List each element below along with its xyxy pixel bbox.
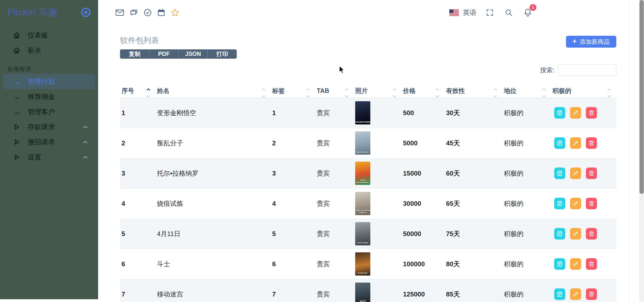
delete-action-button[interactable] — [586, 137, 597, 149]
mouse-cursor — [339, 65, 345, 74]
scrollbar-thumb[interactable] — [639, 0, 644, 194]
column-header-2[interactable]: 标签 — [271, 84, 315, 98]
calendar-action-button[interactable] — [554, 167, 565, 179]
sort-asc-icon[interactable] — [146, 88, 150, 91]
calendar-action-button[interactable] — [554, 228, 565, 240]
sort-asc-icon[interactable] — [542, 88, 546, 91]
edit-action-button[interactable] — [570, 198, 581, 209]
cell-tag: 1 — [271, 98, 315, 128]
table-header-row: 序号姓名标签TAB照片价格有效性地位积极的 — [120, 84, 616, 98]
sort-asc-icon[interactable] — [262, 88, 266, 91]
column-header-label: TAB — [317, 87, 329, 94]
sidebar-nav: 仪表板 薪水 应用程序 → 管理计划 → 推荐佣金 → 管理客户 存款请求 撤回… — [0, 24, 98, 165]
movie-poster: INSURGENT — [355, 131, 370, 155]
cell-tag: 5 — [271, 219, 315, 249]
sort-desc-icon[interactable] — [146, 95, 150, 98]
sidebar-item-withdraw-requests[interactable]: 撤回请求 — [3, 135, 95, 150]
column-header-3[interactable]: TAB — [315, 84, 354, 98]
sort-desc-icon[interactable] — [262, 95, 266, 98]
search-icon[interactable] — [505, 9, 513, 17]
calendar-action-button[interactable] — [554, 137, 565, 149]
column-header-1[interactable]: 姓名 — [155, 84, 271, 98]
poster-caption: INSURGENT — [355, 151, 370, 153]
search-input[interactable] — [558, 64, 616, 76]
sort-asc-icon[interactable] — [392, 88, 396, 91]
add-new-item-button[interactable]: + 添加新商品 — [566, 36, 616, 48]
edit-action-button[interactable] — [570, 228, 581, 240]
column-header-8[interactable]: 积极的 — [551, 84, 616, 98]
check-circle-icon[interactable] — [144, 9, 152, 17]
chevron-up-icon — [83, 140, 88, 144]
sort-desc-icon[interactable] — [542, 95, 546, 98]
calendar-action-button[interactable] — [554, 198, 565, 209]
chat-icon[interactable] — [130, 9, 138, 16]
sidebar-item-settings[interactable]: 设置 — [3, 150, 95, 165]
cell-validity: 30天 — [445, 98, 502, 128]
title-row: 软件包列表 + 添加新商品 — [120, 35, 616, 47]
sidebar-item-deposit-requests[interactable]: 存款请求 — [3, 119, 95, 135]
sort-desc-icon[interactable] — [607, 95, 611, 98]
sort-asc-icon[interactable] — [306, 88, 310, 91]
sort-desc-icon[interactable] — [493, 95, 497, 98]
movie-poster: THE SCORCH TRIALS — [355, 192, 370, 215]
sort-asc-icon[interactable] — [435, 88, 439, 91]
sidebar-item-label: 推荐佣金 — [28, 92, 55, 101]
sidebar-item-manage-plans[interactable]: → 管理计划 — [3, 74, 95, 89]
search-row: 搜索: — [120, 64, 616, 76]
export-button-0[interactable]: 复制 — [120, 49, 149, 59]
delete-action-button[interactable] — [586, 198, 597, 209]
sidebar-toggle-icon[interactable] — [80, 7, 92, 18]
us-flag-icon[interactable] — [449, 9, 459, 16]
app-logo: Flickiri 乐趣 — [8, 6, 58, 19]
sidebar-item-salary[interactable]: 薪水 — [3, 43, 95, 58]
column-header-6[interactable]: 有效性 — [445, 84, 502, 98]
column-header-label: 有效性 — [446, 87, 465, 94]
sort-desc-icon[interactable] — [345, 95, 349, 98]
fullscreen-icon[interactable] — [486, 9, 494, 16]
content: 软件包列表 + 添加新商品 复制PDFJSON打印 搜索: 序号姓名标签TAB照… — [120, 35, 616, 302]
column-header-5[interactable]: 价格 — [401, 84, 445, 98]
sort-desc-icon[interactable] — [306, 95, 310, 98]
movie-poster: TRANSFORMERS — [355, 101, 370, 124]
export-button-3[interactable]: 打印 — [208, 49, 237, 59]
cell-status: 积极的 — [502, 158, 551, 188]
edit-action-button[interactable] — [570, 288, 581, 300]
cell-tab: 贵宾 — [315, 219, 354, 249]
sort-desc-icon[interactable] — [392, 95, 396, 98]
notifications-bell[interactable]: 5 — [523, 8, 532, 17]
edit-action-button[interactable] — [570, 167, 581, 179]
column-header-4[interactable]: 照片 — [354, 84, 401, 98]
calendar-action-button[interactable] — [554, 288, 565, 300]
language-label[interactable]: 英语 — [463, 8, 476, 17]
cell-price: 50000 — [401, 219, 445, 249]
calendar-action-button[interactable] — [554, 107, 565, 119]
column-header-7[interactable]: 地位 — [502, 84, 551, 98]
sidebar-item-referral-commission[interactable]: → 推荐佣金 — [3, 89, 95, 104]
export-button-2[interactable]: JSON — [178, 49, 208, 59]
delete-action-button[interactable] — [586, 258, 597, 270]
delete-action-button[interactable] — [586, 167, 597, 179]
mail-icon[interactable] — [115, 9, 124, 16]
edit-action-button[interactable] — [570, 107, 581, 119]
sort-asc-icon[interactable] — [345, 88, 349, 91]
delete-action-button[interactable] — [586, 228, 597, 240]
table-row: 2 叛乱分子 2 贵宾 INSURGENT 5000 45天 积极的 — [120, 128, 616, 158]
star-icon[interactable] — [171, 9, 179, 17]
sidebar-item-label: 管理计划 — [28, 77, 55, 86]
sort-asc-icon[interactable] — [607, 88, 611, 91]
sort-asc-icon[interactable] — [493, 88, 497, 91]
column-header-0[interactable]: 序号 — [120, 84, 155, 98]
sort-desc-icon[interactable] — [435, 95, 439, 98]
edit-action-button[interactable] — [570, 137, 581, 149]
export-button-1[interactable]: PDF — [149, 49, 178, 59]
delete-action-button[interactable] — [586, 107, 597, 119]
cell-name: 变形金刚悟空 — [155, 98, 271, 128]
sidebar-item-dashboard[interactable]: 仪表板 — [3, 28, 95, 43]
cell-tag: 2 — [271, 128, 315, 158]
edit-action-button[interactable] — [570, 258, 581, 270]
sidebar-item-manage-clients[interactable]: → 管理客户 — [3, 104, 95, 119]
calendar-icon[interactable] — [157, 9, 165, 16]
cell-photo: INSURGENT — [354, 128, 401, 158]
delete-action-button[interactable] — [586, 288, 597, 300]
calendar-action-button[interactable] — [554, 258, 565, 270]
